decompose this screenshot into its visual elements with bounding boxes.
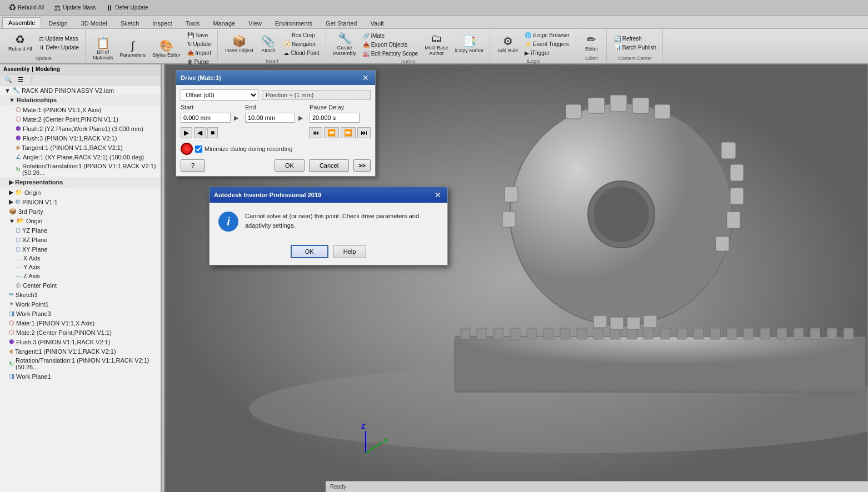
icopy-author-button[interactable]: 📑 iCopy Author [452,34,487,55]
rebuild-all-button[interactable]: ♻ Rebuild All [4,1,48,14]
rel-mate2[interactable]: ⬡ Mate:2 (Center Point,PINION V1:1) [0,114,161,124]
refresh-button[interactable]: 🔄 Refresh [611,34,659,43]
event-triggers-button[interactable]: ⚡ Event Triggers [522,40,572,48]
update-mass-small-button[interactable]: ⚖ Update Mass [36,34,82,43]
rel-mate1[interactable]: ⬡ Mate:1 (PINION V1:1,X Axis) [0,105,161,114]
comp-mate2[interactable]: ⬡ Mate:2 (Center Point,PINION V1:1) [0,328,161,337]
origin-exp-expand-icon: ▼ [9,218,15,224]
pause-value-input[interactable] [310,113,360,123]
drive-cancel-button[interactable]: Cancel [309,159,349,172]
error-dialog-titlebar[interactable]: Autodesk Inventor Professional 2019 ✕ [209,187,447,203]
record-button[interactable] [181,143,193,155]
center-point[interactable]: ◎ Center Point [0,280,161,290]
mold-author-button[interactable]: 🗂 Mold BaseAuthor [422,31,451,58]
add-rule-button[interactable]: ⚙ Add Rule [495,34,521,55]
create-iassembly-button[interactable]: 🔧 CreateiAssembly [331,31,359,58]
export-objects-button[interactable]: 📤 Export Objects [360,41,421,49]
tab-assemble[interactable]: Assemble [2,17,41,28]
representations-section[interactable]: ▶ Representations [0,177,161,188]
z-axis[interactable]: — Z Axis [0,272,161,280]
attach-button[interactable]: 📎 Attach [257,34,280,55]
relationships-section[interactable]: ▼ Relationships [0,95,161,105]
sketch1[interactable]: ✏ Sketch1 [0,290,161,299]
boxcrop-button[interactable]: ⬜ Box Crop [281,31,322,39]
rel-rotation1[interactable]: ↻ Rotation/Translation:1 (PINION V1:1,RA… [0,162,161,177]
tree-root[interactable]: ▼ 🔧 RACK AND PINION ASSY V2.iam [0,86,161,95]
edit-factory-scope-button[interactable]: 🏭 Edit Factory Scope [360,49,421,58]
error-dialog-close-button[interactable]: ✕ [433,190,443,200]
comp-rotation1[interactable]: ↻ Rotation/Translation:1 (PINION V1:1,RA… [0,356,161,371]
navigator-button[interactable]: 🧭 Navigator [281,40,322,48]
save-small-button[interactable]: 💾 Save [184,31,214,39]
comp-flush3[interactable]: ⬢ Flush:3 (PINION V1:1,RACK V2:1) [0,337,161,347]
rebuild-all-ribbon-button[interactable]: ♻ Rebuild All [6,32,35,53]
step-back-button[interactable]: ⏪ [324,127,339,138]
drive-ok-button[interactable]: OK [275,159,305,172]
end-value-input[interactable] [245,113,295,123]
sidebar-menu-button[interactable]: ☰ [16,76,26,84]
insert-object-button[interactable]: 📦 Insert Object [222,34,256,55]
import-small-button[interactable]: 📥 Import [184,49,214,57]
rel-flush3[interactable]: ⬢ Flush:3 (PINION V1:1,RACK V2:1) [0,133,161,143]
skip-start-button[interactable]: ⏮ [309,127,322,138]
error-help-button[interactable]: Help [333,245,367,258]
imate-button[interactable]: 🔗 iMate [360,32,421,40]
x-axis[interactable]: — X Axis [0,254,161,263]
tab-view[interactable]: View [242,18,268,28]
batch-publish-button[interactable]: 📊 Batch Publish [611,43,659,52]
tab-environments[interactable]: Environments [269,18,318,28]
styles-editor-button[interactable]: 🎨 Styles Editor [149,38,183,59]
component-3rdparty[interactable]: 📦 3rd Party [0,207,161,216]
defer-update-button[interactable]: ⏸ Defer Update [102,2,152,14]
xz-plane[interactable]: ◻ XZ Plane [0,235,161,244]
rel-tangent1[interactable]: ◈ Tangent:1 (PINION V1:1,RACK V2:1) [0,143,161,152]
drive-dialog-close-button[interactable]: ✕ [361,73,371,83]
ilogic-browser-button[interactable]: 🌐 iLogic Browser [522,31,572,39]
update-mass-button[interactable]: ⚖ Update Mass [50,2,99,14]
cloudpoint-button[interactable]: ☁ Cloud Point [281,49,322,57]
rel-angle1[interactable]: ∠ Angle:1 (XY Plane,RACK V2:1) (180.00 d… [0,152,161,162]
offset-dropdown[interactable]: Offset (d0) [181,89,258,101]
tab-design[interactable]: Design [42,18,73,28]
skip-end-button[interactable]: ⏭ [357,127,371,138]
sidebar-search-button[interactable]: 🔍 [2,76,14,84]
defer-update-small-button[interactable]: ⏸ Defer Update [36,43,82,52]
assembly-icon: 🔧 [12,87,20,94]
drive-help-icon-button[interactable]: ? [181,159,205,172]
tab-getstarted[interactable]: Get Started [320,18,363,28]
sidebar-options-button[interactable]: ⋮ [27,76,37,84]
bom-button[interactable]: 📋 Bill ofMaterials [90,36,116,62]
stop-button[interactable]: ■ [207,127,218,138]
rel-flush2[interactable]: ⬢ Flush:2 (YZ Plane,Work Plane1) (3.000 … [0,124,161,133]
drive-expand-button[interactable]: >> [353,159,371,172]
tab-sketch[interactable]: Sketch [114,18,146,28]
play-button[interactable]: ▶ [181,127,192,138]
minimize-checkbox[interactable] [195,145,202,153]
drive-dialog-titlebar[interactable]: Drive (Mate:1) ✕ [176,71,375,85]
step-forward-button[interactable]: ⏩ [341,127,356,138]
error-ok-button[interactable]: OK [291,245,328,258]
rewind-button[interactable]: ◀ [194,127,206,138]
y-axis[interactable]: — Y Axis [0,263,161,272]
tab-manage[interactable]: Manage [207,18,241,28]
comp-mate1[interactable]: ⬡ Mate:1 (PINION V1:1,X Axis) [0,318,161,328]
editor-button[interactable]: ✏ Editor [581,32,603,53]
xy-plane[interactable]: ◻ XY Plane [0,244,161,254]
itrigger-button[interactable]: ▶ iTrigger [522,49,572,57]
tab-vault[interactable]: Vault [364,18,390,28]
tab-3dmodel[interactable]: 3D Model [75,18,113,28]
comp-tangent1[interactable]: ◈ Tangent:1 (PINION V1:1,RACK V2:1) [0,347,161,356]
tab-tools[interactable]: Tools [179,18,206,28]
update-small-button[interactable]: ↻ Update [184,40,214,48]
tab-inspect[interactable]: Inspect [146,18,178,28]
yz-plane[interactable]: ◻ YZ Plane [0,225,161,235]
tree-origin-expanded[interactable]: ▼ 📂 Origin [0,216,161,225]
component-pinion[interactable]: ▶ ⚙ PINION V1:1 [0,197,161,207]
tree-origin[interactable]: ▶ 📁 Origin [0,188,161,197]
parameters-button[interactable]: ∫ Parameters [117,38,149,59]
3d-viewport[interactable]: Z Y Drive (Mate:1) ✕ Offset (d0) Positio… [164,64,868,492]
start-value-input[interactable] [181,113,231,123]
work-plane1[interactable]: ◨ Work Plane1 [0,371,161,381]
work-plane3[interactable]: ◨ Work Plane3 [0,309,161,318]
work-point1[interactable]: ✦ Work Point1 [0,299,161,309]
